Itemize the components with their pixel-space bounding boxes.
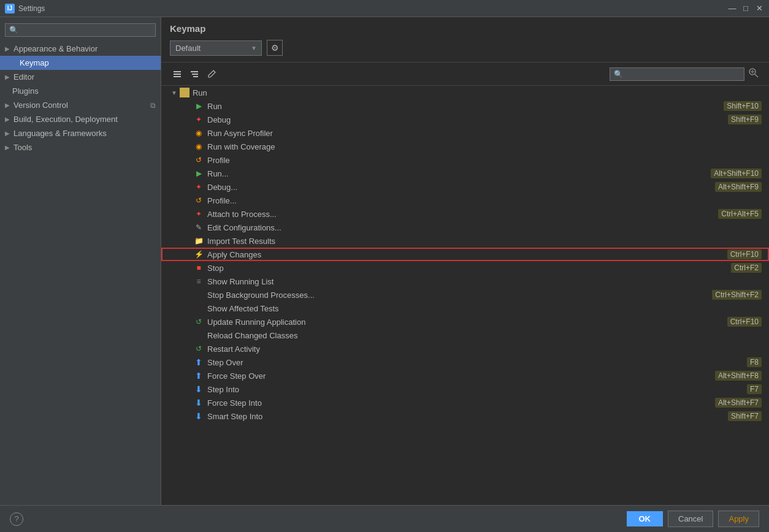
sidebar-item-tools[interactable]: ▶ Tools bbox=[0, 140, 161, 154]
tree-item-run-coverage[interactable]: ◉ Run with Coverage bbox=[161, 140, 769, 153]
edit-config-icon: ✎ bbox=[193, 222, 204, 233]
shortcut-badge: Shift+F10 bbox=[724, 101, 762, 111]
sidebar-item-label: Version Control bbox=[13, 101, 68, 110]
tree-item-show-affected[interactable]: Show Affected Tests bbox=[161, 302, 769, 315]
keymap-tree[interactable]: ▼ Run ▶ Run Shift+F10 ✦ Debug Shift+F9 ◉… bbox=[161, 86, 769, 505]
tree-item-label: Debug... bbox=[207, 183, 715, 192]
sidebar-item-keymap[interactable]: Keymap bbox=[0, 56, 161, 70]
tree-item-stop[interactable]: ■ Stop Ctrl+F2 bbox=[161, 261, 769, 275]
cancel-button[interactable]: Cancel bbox=[668, 511, 713, 527]
shortcut-badge: F7 bbox=[747, 384, 762, 394]
tree-item-label: Run with Coverage bbox=[207, 142, 764, 151]
sidebar-item-label: Build, Execution, Deployment bbox=[13, 115, 118, 124]
search-in-shortcuts-button[interactable] bbox=[747, 66, 760, 82]
tree-item-label: Smart Step Into bbox=[207, 412, 728, 421]
expand-button[interactable] bbox=[187, 67, 202, 82]
gear-button[interactable]: ⚙ bbox=[267, 40, 283, 56]
attach-icon: ✦ bbox=[193, 208, 204, 219]
tree-item-label: Run Async Profiler bbox=[207, 129, 764, 138]
tree-item-run-dots[interactable]: ▶ Run... Alt+Shift+F10 bbox=[161, 167, 769, 180]
affected-icon bbox=[193, 303, 204, 314]
keymap-toolbar: Default Eclipse Emacs NetBeans 6.5 Visua… bbox=[170, 40, 760, 56]
tree-item-restart-activity[interactable]: ↺ Restart Activity bbox=[161, 342, 769, 355]
tree-item-run[interactable]: ▶ Run Shift+F10 bbox=[161, 99, 769, 113]
tree-item-profile-dots[interactable]: ↺ Profile... bbox=[161, 194, 769, 207]
content-header: Keymap Default Eclipse Emacs NetBeans 6.… bbox=[161, 17, 769, 63]
tree-item-debug-dots[interactable]: ✦ Debug... Alt+Shift+F9 bbox=[161, 180, 769, 194]
restart-icon: ↺ bbox=[193, 343, 204, 354]
tree-item-force-step-over[interactable]: ⬆ Force Step Over Alt+Shift+F8 bbox=[161, 369, 769, 382]
tree-item-attach[interactable]: ✦ Attach to Process... Ctrl+Alt+F5 bbox=[161, 207, 769, 221]
shortcut-badge: Alt+Shift+F10 bbox=[711, 169, 762, 178]
tree-item-step-into[interactable]: ⬇ Step Into F7 bbox=[161, 382, 769, 396]
reload-icon: ↺ bbox=[193, 316, 204, 327]
content-area: Keymap Default Eclipse Emacs NetBeans 6.… bbox=[161, 17, 769, 505]
tree-item-edit-config[interactable]: ✎ Edit Configurations... bbox=[161, 221, 769, 234]
tree-item-update-running[interactable]: ↺ Update Running Application Ctrl+F10 bbox=[161, 315, 769, 329]
window-controls[interactable]: — □ ✕ bbox=[727, 4, 764, 13]
app-icon: IJ bbox=[5, 4, 15, 13]
svg-rect-3 bbox=[191, 71, 198, 72]
folder-icon: 📁 bbox=[193, 235, 204, 246]
tree-item-stop-bg[interactable]: Stop Background Processes... Ctrl+Shift+… bbox=[161, 288, 769, 302]
profiler-icon: ◉ bbox=[193, 127, 204, 139]
profile-dots-icon: ↺ bbox=[193, 195, 204, 206]
tree-item-label: Debug bbox=[207, 115, 728, 124]
collapse-all-button[interactable] bbox=[170, 67, 185, 82]
tree-item-step-over[interactable]: ⬆ Step Over F8 bbox=[161, 355, 769, 369]
tree-item-reload-classes[interactable]: Reload Changed Classes bbox=[161, 329, 769, 342]
close-button[interactable]: ✕ bbox=[754, 4, 764, 13]
step-into-icon: ⬇ bbox=[193, 384, 204, 395]
tree-item-label: Reload Changed Classes bbox=[207, 331, 764, 340]
tree-item-label: Step Into bbox=[207, 385, 747, 394]
sidebar-item-editor[interactable]: ▶ Editor bbox=[0, 70, 161, 84]
apply-button[interactable]: Apply bbox=[718, 511, 759, 527]
sidebar-search-input[interactable] bbox=[5, 23, 156, 37]
svg-rect-1 bbox=[174, 74, 181, 75]
smart-step-into-icon: ⬇ bbox=[193, 411, 204, 422]
tree-item-label: Stop Background Processes... bbox=[207, 291, 712, 300]
tree-item-label: Show Affected Tests bbox=[207, 304, 764, 313]
force-step-over-icon: ⬆ bbox=[193, 370, 204, 381]
tree-item-label: Show Running List bbox=[207, 277, 764, 286]
help-button[interactable]: ? bbox=[10, 512, 23, 526]
debug-dots-icon: ✦ bbox=[193, 181, 204, 192]
minimize-button[interactable]: — bbox=[727, 4, 737, 13]
tree-item-label: Profile bbox=[207, 156, 764, 165]
shortcut-badge: Ctrl+F10 bbox=[727, 317, 762, 327]
tree-item-label: Apply Changes bbox=[207, 250, 727, 259]
arrow-icon: ▶ bbox=[5, 74, 10, 80]
shortcut-badge: Alt+Shift+F8 bbox=[715, 371, 762, 381]
collapse-all-icon bbox=[172, 69, 182, 79]
sidebar-item-languages[interactable]: ▶ Languages & Frameworks bbox=[0, 126, 161, 140]
edit-shortcut-button[interactable] bbox=[204, 67, 219, 82]
tree-item-import-test[interactable]: 📁 Import Test Results bbox=[161, 234, 769, 248]
page-title: Keymap bbox=[170, 23, 760, 34]
sidebar-item-appearance[interactable]: ▶ Appearance & Behavior bbox=[0, 42, 161, 56]
tree-group-run[interactable]: ▼ Run bbox=[161, 86, 769, 99]
tree-item-apply-changes[interactable]: ⚡ Apply Changes Ctrl+F10 bbox=[161, 248, 769, 261]
tree-item-label: Restart Activity bbox=[207, 344, 764, 354]
tree-item-smart-step-into[interactable]: ⬇ Smart Step Into Shift+F7 bbox=[161, 409, 769, 423]
sidebar-item-build[interactable]: ▶ Build, Execution, Deployment bbox=[0, 112, 161, 126]
sidebar-item-plugins[interactable]: Plugins bbox=[0, 84, 161, 98]
run-dots-icon: ▶ bbox=[193, 168, 204, 179]
arrow-icon: ▶ bbox=[5, 116, 10, 123]
shortcut-badge: Shift+F7 bbox=[728, 411, 762, 421]
tree-item-run-async[interactable]: ◉ Run Async Profiler bbox=[161, 126, 769, 140]
ok-button[interactable]: OK bbox=[627, 511, 664, 526]
tree-item-force-step-into[interactable]: ⬇ Force Step Into Alt+Shift+F7 bbox=[161, 396, 769, 409]
keymap-select[interactable]: Default Eclipse Emacs NetBeans 6.5 Visua… bbox=[170, 40, 262, 56]
maximize-button[interactable]: □ bbox=[741, 4, 751, 13]
sidebar-item-version-control[interactable]: ▶ Version Control ⧉ bbox=[0, 98, 161, 112]
tree-item-debug[interactable]: ✦ Debug Shift+F9 bbox=[161, 113, 769, 126]
tree-item-label: Attach to Process... bbox=[207, 210, 718, 219]
expand-icon bbox=[189, 69, 199, 79]
tree-item-profile[interactable]: ↺ Profile bbox=[161, 153, 769, 167]
search-input[interactable] bbox=[610, 67, 744, 81]
tree-item-show-running[interactable]: ≡ Show Running List bbox=[161, 275, 769, 288]
keymap-select-wrapper[interactable]: Default Eclipse Emacs NetBeans 6.5 Visua… bbox=[170, 40, 262, 56]
sidebar-item-label: Keymap bbox=[20, 58, 49, 67]
tree-item-label: Force Step Over bbox=[207, 371, 715, 381]
sidebar-item-label: Plugins bbox=[12, 86, 39, 96]
